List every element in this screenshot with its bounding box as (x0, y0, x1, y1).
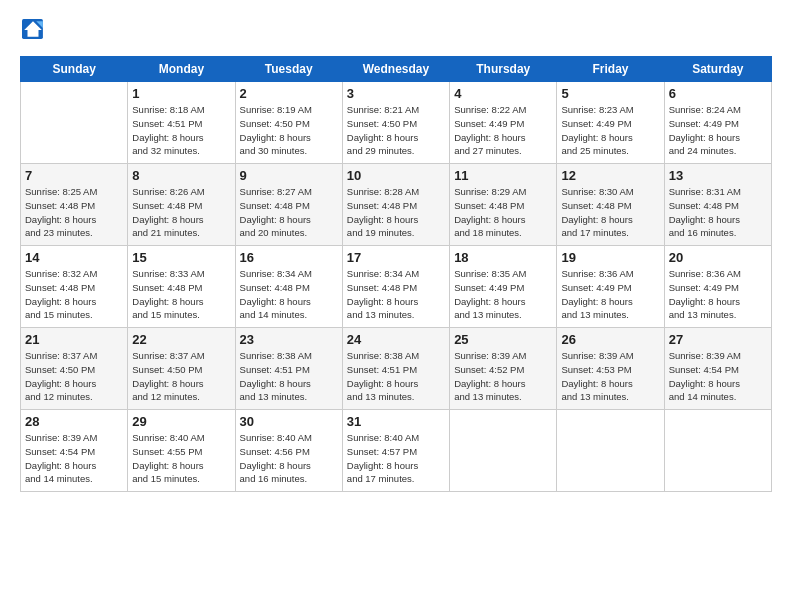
calendar-cell: 29Sunrise: 8:40 AMSunset: 4:55 PMDayligh… (128, 410, 235, 492)
weekday-header: Friday (557, 57, 664, 82)
day-number: 4 (454, 86, 552, 101)
day-number: 21 (25, 332, 123, 347)
calendar-week-row: 1Sunrise: 8:18 AMSunset: 4:51 PMDaylight… (21, 82, 772, 164)
calendar-week-row: 28Sunrise: 8:39 AMSunset: 4:54 PMDayligh… (21, 410, 772, 492)
day-number: 10 (347, 168, 445, 183)
weekday-header: Sunday (21, 57, 128, 82)
calendar-cell: 28Sunrise: 8:39 AMSunset: 4:54 PMDayligh… (21, 410, 128, 492)
day-info: Sunrise: 8:34 AMSunset: 4:48 PMDaylight:… (240, 267, 338, 322)
calendar-cell: 11Sunrise: 8:29 AMSunset: 4:48 PMDayligh… (450, 164, 557, 246)
calendar-cell: 8Sunrise: 8:26 AMSunset: 4:48 PMDaylight… (128, 164, 235, 246)
day-number: 19 (561, 250, 659, 265)
day-number: 20 (669, 250, 767, 265)
day-number: 5 (561, 86, 659, 101)
calendar-cell: 5Sunrise: 8:23 AMSunset: 4:49 PMDaylight… (557, 82, 664, 164)
day-info: Sunrise: 8:39 AMSunset: 4:54 PMDaylight:… (25, 431, 123, 486)
calendar-cell: 20Sunrise: 8:36 AMSunset: 4:49 PMDayligh… (664, 246, 771, 328)
day-info: Sunrise: 8:18 AMSunset: 4:51 PMDaylight:… (132, 103, 230, 158)
header (20, 18, 772, 44)
day-info: Sunrise: 8:38 AMSunset: 4:51 PMDaylight:… (240, 349, 338, 404)
weekday-header: Tuesday (235, 57, 342, 82)
day-number: 18 (454, 250, 552, 265)
day-info: Sunrise: 8:38 AMSunset: 4:51 PMDaylight:… (347, 349, 445, 404)
day-number: 1 (132, 86, 230, 101)
day-info: Sunrise: 8:24 AMSunset: 4:49 PMDaylight:… (669, 103, 767, 158)
day-number: 24 (347, 332, 445, 347)
day-info: Sunrise: 8:26 AMSunset: 4:48 PMDaylight:… (132, 185, 230, 240)
calendar-cell (21, 82, 128, 164)
calendar-cell: 2Sunrise: 8:19 AMSunset: 4:50 PMDaylight… (235, 82, 342, 164)
day-info: Sunrise: 8:35 AMSunset: 4:49 PMDaylight:… (454, 267, 552, 322)
day-info: Sunrise: 8:29 AMSunset: 4:48 PMDaylight:… (454, 185, 552, 240)
day-number: 15 (132, 250, 230, 265)
calendar-cell: 16Sunrise: 8:34 AMSunset: 4:48 PMDayligh… (235, 246, 342, 328)
calendar-cell (664, 410, 771, 492)
day-info: Sunrise: 8:36 AMSunset: 4:49 PMDaylight:… (561, 267, 659, 322)
day-info: Sunrise: 8:32 AMSunset: 4:48 PMDaylight:… (25, 267, 123, 322)
day-number: 6 (669, 86, 767, 101)
day-info: Sunrise: 8:40 AMSunset: 4:55 PMDaylight:… (132, 431, 230, 486)
day-info: Sunrise: 8:39 AMSunset: 4:52 PMDaylight:… (454, 349, 552, 404)
calendar-cell: 6Sunrise: 8:24 AMSunset: 4:49 PMDaylight… (664, 82, 771, 164)
day-info: Sunrise: 8:34 AMSunset: 4:48 PMDaylight:… (347, 267, 445, 322)
day-number: 29 (132, 414, 230, 429)
weekday-header: Monday (128, 57, 235, 82)
day-info: Sunrise: 8:37 AMSunset: 4:50 PMDaylight:… (25, 349, 123, 404)
calendar-week-row: 7Sunrise: 8:25 AMSunset: 4:48 PMDaylight… (21, 164, 772, 246)
day-info: Sunrise: 8:36 AMSunset: 4:49 PMDaylight:… (669, 267, 767, 322)
day-number: 2 (240, 86, 338, 101)
calendar-cell: 4Sunrise: 8:22 AMSunset: 4:49 PMDaylight… (450, 82, 557, 164)
logo-icon (22, 18, 44, 40)
calendar-cell: 9Sunrise: 8:27 AMSunset: 4:48 PMDaylight… (235, 164, 342, 246)
calendar-cell: 18Sunrise: 8:35 AMSunset: 4:49 PMDayligh… (450, 246, 557, 328)
calendar-table: SundayMondayTuesdayWednesdayThursdayFrid… (20, 56, 772, 492)
logo (20, 18, 46, 44)
day-number: 11 (454, 168, 552, 183)
weekday-header: Saturday (664, 57, 771, 82)
day-info: Sunrise: 8:40 AMSunset: 4:57 PMDaylight:… (347, 431, 445, 486)
calendar-cell: 31Sunrise: 8:40 AMSunset: 4:57 PMDayligh… (342, 410, 449, 492)
day-number: 28 (25, 414, 123, 429)
day-number: 31 (347, 414, 445, 429)
calendar-cell: 25Sunrise: 8:39 AMSunset: 4:52 PMDayligh… (450, 328, 557, 410)
calendar-week-row: 21Sunrise: 8:37 AMSunset: 4:50 PMDayligh… (21, 328, 772, 410)
day-info: Sunrise: 8:25 AMSunset: 4:48 PMDaylight:… (25, 185, 123, 240)
day-info: Sunrise: 8:19 AMSunset: 4:50 PMDaylight:… (240, 103, 338, 158)
day-number: 16 (240, 250, 338, 265)
day-number: 26 (561, 332, 659, 347)
calendar-cell: 21Sunrise: 8:37 AMSunset: 4:50 PMDayligh… (21, 328, 128, 410)
day-number: 17 (347, 250, 445, 265)
calendar-cell: 23Sunrise: 8:38 AMSunset: 4:51 PMDayligh… (235, 328, 342, 410)
calendar-body: 1Sunrise: 8:18 AMSunset: 4:51 PMDaylight… (21, 82, 772, 492)
weekday-header: Wednesday (342, 57, 449, 82)
day-number: 9 (240, 168, 338, 183)
day-info: Sunrise: 8:27 AMSunset: 4:48 PMDaylight:… (240, 185, 338, 240)
day-info: Sunrise: 8:39 AMSunset: 4:54 PMDaylight:… (669, 349, 767, 404)
calendar-cell: 1Sunrise: 8:18 AMSunset: 4:51 PMDaylight… (128, 82, 235, 164)
day-info: Sunrise: 8:23 AMSunset: 4:49 PMDaylight:… (561, 103, 659, 158)
page: SundayMondayTuesdayWednesdayThursdayFrid… (0, 0, 792, 612)
calendar-cell: 22Sunrise: 8:37 AMSunset: 4:50 PMDayligh… (128, 328, 235, 410)
calendar-cell (557, 410, 664, 492)
day-number: 13 (669, 168, 767, 183)
day-number: 12 (561, 168, 659, 183)
day-number: 7 (25, 168, 123, 183)
day-number: 27 (669, 332, 767, 347)
calendar-cell: 14Sunrise: 8:32 AMSunset: 4:48 PMDayligh… (21, 246, 128, 328)
calendar-cell: 24Sunrise: 8:38 AMSunset: 4:51 PMDayligh… (342, 328, 449, 410)
calendar-cell: 26Sunrise: 8:39 AMSunset: 4:53 PMDayligh… (557, 328, 664, 410)
day-number: 14 (25, 250, 123, 265)
day-number: 30 (240, 414, 338, 429)
calendar-cell: 17Sunrise: 8:34 AMSunset: 4:48 PMDayligh… (342, 246, 449, 328)
day-info: Sunrise: 8:28 AMSunset: 4:48 PMDaylight:… (347, 185, 445, 240)
calendar-cell: 30Sunrise: 8:40 AMSunset: 4:56 PMDayligh… (235, 410, 342, 492)
calendar-cell: 19Sunrise: 8:36 AMSunset: 4:49 PMDayligh… (557, 246, 664, 328)
day-info: Sunrise: 8:21 AMSunset: 4:50 PMDaylight:… (347, 103, 445, 158)
calendar-week-row: 14Sunrise: 8:32 AMSunset: 4:48 PMDayligh… (21, 246, 772, 328)
calendar-cell: 15Sunrise: 8:33 AMSunset: 4:48 PMDayligh… (128, 246, 235, 328)
day-info: Sunrise: 8:31 AMSunset: 4:48 PMDaylight:… (669, 185, 767, 240)
weekday-header: Thursday (450, 57, 557, 82)
calendar-cell: 27Sunrise: 8:39 AMSunset: 4:54 PMDayligh… (664, 328, 771, 410)
calendar-header-row: SundayMondayTuesdayWednesdayThursdayFrid… (21, 57, 772, 82)
day-info: Sunrise: 8:22 AMSunset: 4:49 PMDaylight:… (454, 103, 552, 158)
